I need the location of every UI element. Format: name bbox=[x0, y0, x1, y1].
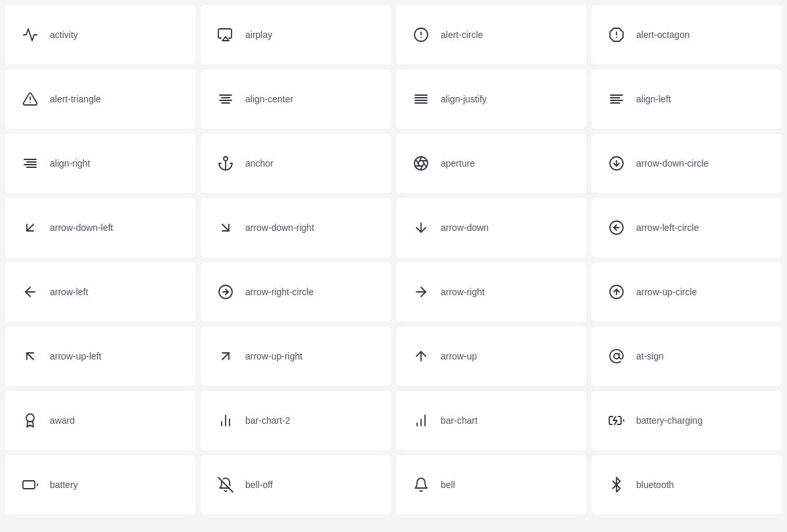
icon-cell-bluetooth[interactable]: bluetooth bbox=[592, 455, 782, 514]
icon-cell-align-center[interactable]: align-center bbox=[201, 70, 391, 129]
arrow-right-label: arrow-right bbox=[441, 287, 485, 297]
at-sign-label: at-sign bbox=[636, 351, 664, 361]
icon-cell-bell-off[interactable]: bell-off bbox=[201, 455, 391, 514]
arrow-down-left-icon bbox=[21, 218, 39, 237]
icon-cell-arrow-left-circle[interactable]: arrow-left-circle bbox=[592, 198, 782, 257]
activity-icon bbox=[21, 26, 39, 44]
icon-cell-arrow-up-right[interactable]: arrow-up-right bbox=[201, 327, 391, 386]
bar-chart-2-icon bbox=[216, 411, 235, 430]
battery-charging-label: battery-charging bbox=[636, 415, 702, 426]
arrow-right-icon bbox=[412, 283, 430, 301]
icon-cell-alert-triangle[interactable]: alert-triangle bbox=[5, 70, 195, 129]
battery-icon bbox=[21, 476, 39, 494]
icon-cell-alert-circle[interactable]: alert-circle bbox=[396, 5, 586, 64]
align-center-label: align-center bbox=[245, 94, 293, 104]
airplay-label: airplay bbox=[245, 30, 272, 40]
icon-cell-arrow-down-right[interactable]: arrow-down-right bbox=[201, 198, 391, 257]
icon-cell-arrow-up-circle[interactable]: arrow-up-circle bbox=[592, 262, 782, 321]
align-justify-icon bbox=[412, 90, 430, 108]
svg-point-51 bbox=[26, 414, 34, 422]
at-sign-icon bbox=[607, 347, 626, 365]
arrow-left-label: arrow-left bbox=[50, 287, 88, 297]
icon-cell-alert-octagon[interactable]: alert-octagon bbox=[592, 5, 782, 64]
arrow-down-icon bbox=[412, 218, 430, 237]
award-label: award bbox=[50, 415, 75, 426]
align-right-icon bbox=[21, 154, 39, 173]
arrow-up-icon bbox=[412, 347, 430, 365]
icon-cell-align-justify[interactable]: align-justify bbox=[396, 70, 586, 129]
arrow-down-left-label: arrow-down-left bbox=[50, 222, 113, 233]
bell-off-icon bbox=[216, 476, 235, 494]
anchor-icon bbox=[216, 154, 235, 173]
arrow-up-right-icon bbox=[216, 347, 235, 365]
icon-cell-aperture[interactable]: aperture bbox=[396, 134, 586, 193]
bar-chart-label: bar-chart bbox=[441, 415, 477, 426]
bar-chart-icon bbox=[412, 411, 430, 430]
icon-cell-bar-chart-2[interactable]: bar-chart-2 bbox=[201, 391, 391, 450]
align-left-label: align-left bbox=[636, 94, 671, 104]
icon-cell-bell[interactable]: bell bbox=[396, 455, 586, 514]
airplay-icon bbox=[216, 26, 235, 44]
battery-charging-icon bbox=[607, 411, 626, 430]
svg-line-37 bbox=[222, 224, 229, 231]
bluetooth-icon bbox=[607, 476, 626, 494]
icon-cell-arrow-left[interactable]: arrow-left bbox=[5, 262, 195, 321]
icon-cell-arrow-down[interactable]: arrow-down bbox=[396, 198, 586, 257]
icon-cell-anchor[interactable]: anchor bbox=[201, 134, 391, 193]
award-icon bbox=[21, 411, 39, 430]
icon-cell-bar-chart[interactable]: bar-chart bbox=[396, 391, 586, 450]
icon-cell-arrow-down-left[interactable]: arrow-down-left bbox=[5, 198, 195, 257]
arrow-up-label: arrow-up bbox=[441, 351, 477, 361]
icon-cell-align-left[interactable]: align-left bbox=[592, 70, 782, 129]
icon-cell-at-sign[interactable]: at-sign bbox=[592, 327, 782, 386]
arrow-up-circle-icon bbox=[607, 283, 626, 301]
bluetooth-label: bluetooth bbox=[636, 480, 674, 490]
arrow-up-left-label: arrow-up-left bbox=[50, 351, 102, 361]
icon-grid: activityairplayalert-circlealert-octagon… bbox=[0, 0, 787, 520]
aperture-icon bbox=[412, 154, 430, 173]
icon-cell-arrow-down-circle[interactable]: arrow-down-circle bbox=[592, 134, 782, 193]
align-justify-label: align-justify bbox=[441, 94, 487, 104]
svg-marker-0 bbox=[222, 37, 229, 41]
alert-triangle-label: alert-triangle bbox=[50, 94, 101, 104]
bell-icon bbox=[412, 476, 430, 494]
icon-cell-arrow-right-circle[interactable]: arrow-right-circle bbox=[201, 262, 391, 321]
icon-cell-arrow-up-left[interactable]: arrow-up-left bbox=[5, 327, 195, 386]
bell-label: bell bbox=[441, 480, 455, 490]
align-right-label: align-right bbox=[50, 158, 90, 169]
svg-line-47 bbox=[27, 353, 33, 359]
icon-cell-battery-charging[interactable]: battery-charging bbox=[592, 391, 782, 450]
bar-chart-2-label: bar-chart-2 bbox=[245, 415, 290, 426]
aperture-label: aperture bbox=[441, 158, 475, 169]
svg-line-36 bbox=[27, 224, 33, 231]
arrow-down-right-label: arrow-down-right bbox=[245, 222, 314, 233]
arrow-up-circle-label: arrow-up-circle bbox=[636, 287, 697, 297]
battery-label: battery bbox=[50, 480, 78, 490]
alert-octagon-icon bbox=[607, 26, 626, 44]
arrow-down-label: arrow-down bbox=[441, 222, 489, 233]
anchor-label: anchor bbox=[245, 158, 273, 169]
alert-octagon-label: alert-octagon bbox=[636, 30, 690, 40]
alert-circle-icon bbox=[412, 26, 430, 44]
icon-cell-airplay[interactable]: airplay bbox=[201, 5, 391, 64]
align-center-icon bbox=[216, 90, 235, 108]
arrow-left-circle-label: arrow-left-circle bbox=[636, 222, 699, 233]
arrow-down-right-icon bbox=[216, 218, 235, 237]
arrow-right-circle-label: arrow-right-circle bbox=[245, 287, 313, 297]
arrow-up-right-label: arrow-up-right bbox=[245, 351, 302, 361]
icon-cell-align-right[interactable]: align-right bbox=[5, 134, 195, 193]
arrow-down-circle-icon bbox=[607, 154, 626, 173]
arrow-left-icon bbox=[21, 283, 39, 301]
bell-off-label: bell-off bbox=[245, 480, 273, 490]
icon-cell-award[interactable]: award bbox=[5, 391, 195, 450]
alert-circle-label: alert-circle bbox=[441, 30, 483, 40]
arrow-right-circle-icon bbox=[216, 283, 235, 301]
icon-cell-activity[interactable]: activity bbox=[5, 5, 195, 64]
svg-rect-59 bbox=[23, 481, 35, 489]
icon-cell-arrow-up[interactable]: arrow-up bbox=[396, 327, 586, 386]
arrow-left-circle-icon bbox=[607, 218, 626, 237]
icon-cell-arrow-right[interactable]: arrow-right bbox=[396, 262, 586, 321]
icon-cell-battery[interactable]: battery bbox=[5, 455, 195, 514]
alert-triangle-icon bbox=[21, 90, 39, 108]
svg-line-48 bbox=[222, 353, 229, 359]
